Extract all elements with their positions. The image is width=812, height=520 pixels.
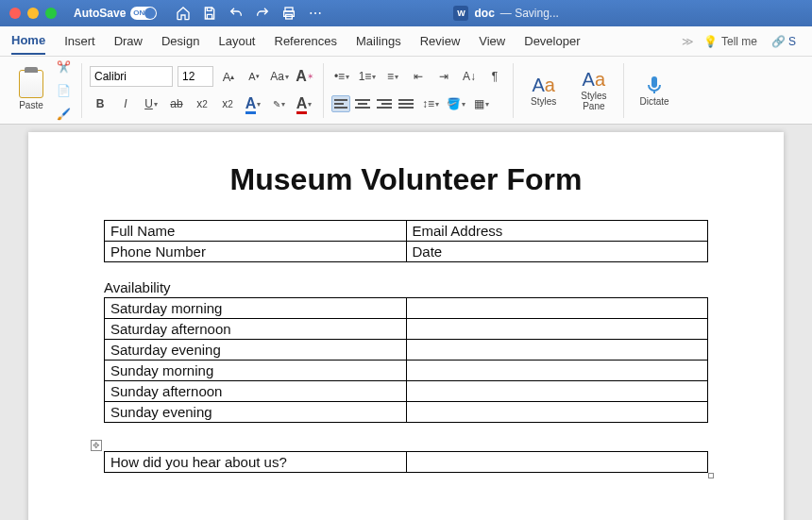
table-row: Saturday afternoon [105,319,708,340]
decrease-font-button[interactable]: A▾ [244,66,264,87]
document-workspace[interactable]: Museum Volunteer Form Full Name Email Ad… [0,125,812,520]
cell-slot[interactable]: Saturday evening [105,340,407,361]
highlight-button[interactable]: ✎▾ [268,93,289,114]
cell-slot[interactable]: Sunday afternoon [105,381,407,402]
cell-empty[interactable] [406,298,708,319]
font-name-select[interactable] [90,66,173,87]
table-move-handle-icon[interactable]: ✥ [91,440,102,451]
styles-group: Aa Styles Aa Styles Pane [514,63,624,118]
table-row[interactable]: Full Name Email Address [105,221,708,242]
tell-me[interactable]: 💡 Tell me [703,35,757,48]
superscript-button[interactable]: x2 [217,93,238,114]
document-page[interactable]: Museum Volunteer Form Full Name Email Ad… [28,132,784,520]
tab-mailings[interactable]: Mailings [356,28,401,54]
tabs-overflow-icon[interactable]: ≫ [682,35,694,48]
format-painter-button[interactable]: 🖌️ [53,104,74,125]
cell-empty[interactable] [406,381,708,402]
table-row: Sunday morning [105,361,708,381]
tab-home[interactable]: Home [11,27,45,55]
justify-button[interactable] [397,95,415,112]
print-icon[interactable] [281,6,296,21]
cell-slot[interactable]: Sunday evening [105,402,407,423]
styles-pane-label: Styles Pane [581,91,606,111]
styles-pane-button[interactable]: Aa Styles Pane [571,67,616,113]
tab-references[interactable]: References [275,28,337,54]
close-window-button[interactable] [9,8,21,19]
align-center-button[interactable] [353,95,372,112]
cell-phone[interactable]: Phone Number [105,242,407,262]
contact-table[interactable]: Full Name Email Address Phone Number Dat… [104,220,708,262]
tab-draw[interactable]: Draw [114,28,143,54]
cell-slot[interactable]: Sunday morning [105,361,407,381]
cell-empty[interactable] [406,319,708,340]
tab-insert[interactable]: Insert [64,28,95,54]
font-size-select[interactable] [178,66,213,87]
table-row[interactable]: Phone Number Date [105,242,708,262]
tab-developer[interactable]: Developer [524,28,580,54]
paste-button[interactable]: Paste [15,68,47,112]
styles-button[interactable]: Aa Styles [521,73,566,109]
cell-question[interactable]: How did you hear about us? [105,452,407,473]
table-row: Saturday evening [105,340,708,361]
tab-design[interactable]: Design [161,28,199,54]
home-icon[interactable] [176,6,191,21]
bullets-button[interactable]: •≡▾ [331,66,352,87]
cell-slot[interactable]: Saturday afternoon [105,319,407,340]
cell-date[interactable]: Date [406,242,708,262]
word-app-icon: W [453,6,468,21]
save-icon[interactable] [202,6,217,21]
minimize-window-button[interactable] [27,8,39,19]
cell-empty[interactable] [406,340,708,361]
share-label: S [788,35,796,48]
dictate-button[interactable]: Dictate [632,72,676,109]
align-right-button[interactable] [375,95,394,112]
tab-layout[interactable]: Layout [218,28,255,54]
strikethrough-button[interactable]: ab [166,93,187,114]
cell-empty[interactable] [406,361,708,381]
italic-button[interactable]: I [115,93,136,114]
cell-empty[interactable] [406,402,708,423]
cell-slot[interactable]: Saturday morning [105,298,407,319]
copy-button[interactable]: 📄 [53,80,74,101]
table-row: Sunday evening [105,402,708,423]
question-table[interactable]: How did you hear about us? [104,451,708,473]
underline-button[interactable]: U▾ [141,93,161,114]
clear-formatting-button[interactable]: A✶ [295,66,315,87]
redo-icon[interactable] [255,6,270,21]
cell-full-name[interactable]: Full Name [105,221,407,242]
share-button[interactable]: 🔗 S [767,32,801,51]
clipboard-group: Paste ✂️ 📄 🖌️ [8,63,82,118]
sort-button[interactable]: A↓ [459,66,480,87]
autosave-toggle[interactable]: ON [130,7,157,20]
text-effects-button[interactable]: A▾ [243,93,263,114]
titlebar: AutoSave ON ⋯ W doc — Saving... [0,0,812,26]
availability-heading: Availability [104,279,708,295]
shading-button[interactable]: 🪣▾ [446,93,466,114]
cut-button[interactable]: ✂️ [53,57,74,77]
cell-email[interactable]: Email Address [406,221,708,242]
increase-indent-button[interactable]: ⇥ [433,66,454,87]
show-marks-button[interactable]: ¶ [484,66,505,87]
bold-button[interactable]: B [90,93,110,114]
decrease-indent-button[interactable]: ⇤ [408,66,429,87]
increase-font-button[interactable]: A▴ [218,66,239,87]
tab-view[interactable]: View [479,28,505,54]
multilevel-list-button[interactable]: ≡▾ [382,66,403,87]
page-title: Museum Volunteer Form [104,162,708,197]
table-resize-handle-icon[interactable] [708,473,714,478]
align-left-button[interactable] [331,95,350,112]
more-icon[interactable]: ⋯ [308,6,323,21]
cell-answer[interactable] [406,452,708,473]
numbering-button[interactable]: 1≡▾ [357,66,378,87]
tab-review[interactable]: Review [420,28,461,54]
change-case-button[interactable]: Aa▾ [269,66,290,87]
line-spacing-button[interactable]: ↕≡▾ [420,93,441,114]
borders-button[interactable]: ▦▾ [471,93,492,114]
maximize-window-button[interactable] [45,8,57,19]
undo-icon[interactable] [228,6,244,21]
font-color-button[interactable]: A▾ [294,93,314,114]
subscript-button[interactable]: x2 [192,93,212,114]
autosave-control[interactable]: AutoSave ON [74,7,157,20]
availability-table[interactable]: Saturday morning Saturday afternoon Satu… [104,297,708,423]
ribbon-content: Paste ✂️ 📄 🖌️ A▴ A▾ Aa▾ A✶ B I U▾ ab x2 … [0,57,812,125]
